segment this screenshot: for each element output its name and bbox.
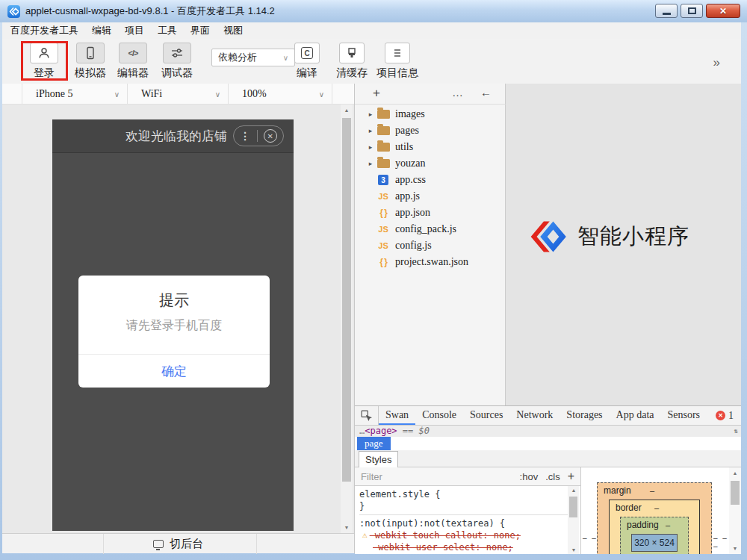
tree-folder-pages[interactable]: ▸ pages: [355, 122, 506, 139]
dialog-message: 请先登录手机百度: [78, 318, 270, 334]
chevron-right-icon[interactable]: ▸: [365, 127, 376, 134]
tab-console[interactable]: Console: [415, 406, 463, 425]
tab-storages[interactable]: Storages: [560, 406, 609, 425]
new-rule-icon[interactable]: +: [568, 470, 574, 483]
phone-navigation-bar: 欢迎光临我的店铺 ⋮ ✕: [52, 119, 294, 153]
tree-file-app-css[interactable]: 3 app.css: [355, 172, 506, 188]
page-title: 欢迎光临我的店铺: [125, 128, 227, 145]
menu-app[interactable]: 百度开发者工具: [4, 24, 85, 37]
updown-icon: ⇅: [734, 426, 738, 437]
js-file-icon: JS: [378, 192, 388, 201]
tab-swan[interactable]: Swan: [379, 406, 415, 425]
css-property[interactable]: -moz-user-select: none;: [373, 553, 497, 554]
chevron-right-icon[interactable]: ▸: [365, 111, 376, 118]
menu-interface[interactable]: 界面: [184, 24, 217, 37]
styles-scrollbar[interactable]: ▲ ▼: [568, 486, 579, 554]
dialog-title: 提示: [78, 290, 270, 311]
scroll-down-icon[interactable]: ▼: [729, 546, 741, 551]
tree-file-app-json[interactable]: { } app.json: [355, 205, 506, 221]
maximize-button[interactable]: [681, 4, 703, 18]
menu-tools[interactable]: 工具: [151, 24, 184, 37]
zoom-select[interactable]: 100% ∨: [228, 84, 332, 105]
editor-placeholder-panel: 智能小程序: [506, 84, 741, 405]
devtools-tabbar: Swan Console Sources Network Storages Ap…: [355, 406, 741, 426]
network-select[interactable]: WiFi ∨: [127, 84, 228, 105]
device-select[interactable]: iPhone 5 ∨: [22, 84, 127, 105]
box-model-margin: margin – border – padding – 320 × 524: [597, 482, 712, 554]
box-model-border: border – padding – 320 × 524: [609, 500, 700, 554]
tree-folder-youzan[interactable]: ▸ youzan: [355, 155, 506, 172]
css-file-icon: 3: [378, 175, 388, 185]
scroll-down-icon[interactable]: ▼: [341, 525, 353, 530]
styles-pane: :hov .cls + element.style { } :not(input…: [355, 467, 580, 554]
rule-selector[interactable]: element.style {: [359, 488, 568, 500]
tree-folder-utils[interactable]: ▸ utils: [355, 139, 506, 155]
code-icon: </>: [128, 49, 138, 57]
js-file-icon: JS: [378, 241, 388, 250]
phone-screen: 欢迎光临我的店铺 ⋮ ✕ 提示 请先登录手机百度 确定: [52, 119, 294, 531]
styles-filter-input[interactable]: [361, 471, 450, 482]
scrollbar-thumb[interactable]: [342, 118, 351, 482]
titlebar: applet-cusmall-wxpage-bd-v9.8.1 - 百度开发者工…: [0, 0, 747, 22]
menu-edit[interactable]: 编辑: [85, 24, 118, 37]
more-options-icon[interactable]: …: [452, 86, 464, 99]
user-icon: [37, 46, 51, 60]
switch-background-button[interactable]: 切后台: [2, 533, 354, 553]
selected-node-row: page: [355, 437, 741, 450]
inspect-element-icon[interactable]: [355, 406, 379, 425]
menu-project[interactable]: 项目: [118, 24, 151, 37]
scroll-up-icon[interactable]: ▲: [568, 488, 580, 493]
project-info-button[interactable]: 项目信息: [368, 43, 427, 80]
tab-styles[interactable]: Styles: [359, 451, 398, 468]
tree-folder-images[interactable]: ▸ images: [355, 106, 506, 122]
tab-sensors[interactable]: Sensors: [661, 406, 707, 425]
rule-selector[interactable]: :not(input):not(textarea) {: [359, 517, 568, 529]
scroll-down-icon[interactable]: ▼: [568, 547, 580, 553]
chevron-right-icon[interactable]: ▸: [365, 160, 376, 167]
folder-icon: [377, 126, 390, 135]
chevron-down-icon: ∨: [319, 90, 324, 99]
tree-file-config-js[interactable]: JS config.js: [355, 237, 506, 254]
simulator-scrollbar[interactable]: ▲ ▼: [341, 105, 353, 533]
scrollbar-thumb[interactable]: [731, 481, 740, 505]
right-pane: + … ← ▸ images ▸ pages ▸ utils ▸ youzan …: [355, 84, 741, 553]
tab-network[interactable]: Network: [509, 406, 560, 425]
compile-icon: C: [301, 47, 313, 59]
hover-state-button[interactable]: :hov: [520, 471, 539, 482]
add-file-icon[interactable]: +: [373, 86, 380, 101]
tab-sources[interactable]: Sources: [463, 406, 509, 425]
menu-view[interactable]: 视图: [217, 24, 249, 37]
file-explorer-header: + … ←: [355, 84, 506, 105]
css-rules: element.style { } :not(input):not(textar…: [355, 486, 568, 554]
selected-node-chip[interactable]: page: [357, 437, 391, 451]
js-file-icon: JS: [378, 225, 388, 234]
dom-tree-row[interactable]: …<page> == $0 ⇅: [355, 426, 741, 437]
rule-close: }: [359, 500, 568, 512]
box-model-padding: padding – 320 × 524: [620, 517, 689, 554]
css-property[interactable]: -webkit-user-select: none;: [373, 541, 513, 553]
close-button[interactable]: ✕: [706, 4, 740, 18]
modal-dialog: 提示 请先登录手机百度 确定: [78, 276, 270, 388]
toolbar-overflow-button[interactable]: »: [713, 55, 720, 70]
error-icon: ✕: [716, 411, 725, 420]
tree-file-app-js[interactable]: JS app.js: [355, 188, 506, 205]
class-toggle-button[interactable]: .cls: [545, 471, 560, 482]
scroll-up-icon[interactable]: ▲: [341, 108, 353, 113]
scrollbar-thumb[interactable]: [569, 497, 577, 517]
tree-file-project-swan-json[interactable]: { } project.swan.json: [355, 254, 506, 270]
box-pane-scrollbar[interactable]: ▲ ▼: [729, 467, 741, 554]
css-property[interactable]: -webkit-touch-callout: none;: [370, 529, 521, 541]
collapse-panel-icon[interactable]: ←: [480, 86, 492, 99]
debugger-button[interactable]: 调试器: [147, 43, 207, 80]
scroll-up-icon[interactable]: ▲: [729, 470, 741, 476]
brush-icon: [345, 46, 359, 60]
chevron-right-icon[interactable]: ▸: [365, 143, 376, 151]
tree-file-config-pack-js[interactable]: JS config_pack.js: [355, 221, 506, 237]
dialog-confirm-button[interactable]: 确定: [161, 363, 187, 380]
minimize-button[interactable]: [655, 4, 678, 18]
tab-app-data[interactable]: App data: [610, 406, 661, 425]
close-circle-icon[interactable]: ✕: [264, 129, 277, 143]
more-icon[interactable]: ⋮: [240, 130, 250, 142]
sliders-icon: [170, 46, 184, 60]
error-badge[interactable]: ✕ 1: [716, 410, 734, 422]
